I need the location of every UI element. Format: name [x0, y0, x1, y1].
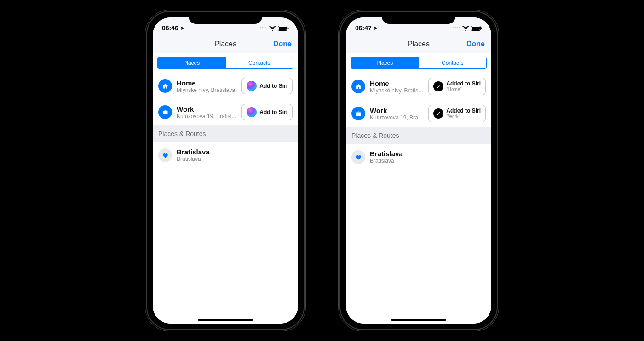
cell-title: Work — [177, 105, 237, 113]
done-button[interactable]: Done — [273, 40, 292, 48]
cell-subtitle: Bratislava — [177, 156, 293, 162]
nav-title: Places — [408, 40, 430, 48]
segmented-control-wrapper: Places Contacts — [346, 53, 491, 73]
siri-phrase: “Work” — [446, 114, 481, 119]
segmented-control: Places Contacts — [351, 57, 487, 69]
segment-contacts[interactable]: Contacts — [419, 57, 487, 68]
siri-button-label: Added to Siri — [446, 108, 481, 114]
cell-subtitle: Kutuzovova 19, Bratisl... — [370, 114, 424, 121]
cell-title: Bratislava — [177, 148, 293, 156]
home-indicator[interactable] — [391, 319, 446, 321]
favorite-cell-home[interactable]: Home Mlynské nivy, Bratislava ✓ Added to… — [346, 73, 491, 100]
list: Home Mlynské nivy, Bratislava Add to Sir… — [153, 73, 298, 324]
heart-icon — [351, 150, 365, 164]
wifi-icon — [462, 26, 469, 31]
segmented-control: Places Contacts — [157, 57, 293, 69]
add-to-siri-button[interactable]: Add to Siri — [242, 78, 293, 94]
briefcase-icon — [158, 105, 172, 119]
signal-icon: •••• — [259, 26, 267, 30]
nav-bar: Places Done — [153, 35, 298, 53]
screen: 06:46 ➤ •••• Places Done Places Contacts — [153, 17, 298, 324]
cell-subtitle: Mlynské nivy, Bratislava — [177, 87, 237, 93]
favorite-cell-home[interactable]: Home Mlynské nivy, Bratislava Add to Sir… — [153, 73, 298, 99]
notch — [382, 12, 455, 24]
list: Home Mlynské nivy, Bratislava ✓ Added to… — [346, 73, 491, 324]
segment-places[interactable]: Places — [158, 57, 225, 68]
location-arrow-icon: ➤ — [180, 25, 184, 31]
checkmark-icon: ✓ — [433, 108, 443, 119]
section-header: Places & Routes — [153, 125, 298, 142]
nav-title: Places — [214, 40, 236, 48]
phone-frame-right: 06:47 ➤ •••• Places Done Places Contacts — [340, 12, 497, 329]
battery-icon — [278, 26, 289, 31]
added-to-siri-button[interactable]: ✓ Added to Siri “Work” — [428, 105, 486, 122]
add-to-siri-button[interactable]: Add to Siri — [242, 104, 293, 120]
siri-phrase: “Home” — [446, 87, 481, 92]
siri-button-label: Add to Siri — [259, 83, 288, 89]
section-header: Places & Routes — [346, 127, 491, 144]
svg-rect-4 — [472, 27, 480, 30]
signal-icon: •••• — [453, 26, 460, 30]
segmented-control-wrapper: Places Contacts — [153, 53, 298, 73]
status-time: 06:46 — [162, 24, 178, 32]
home-icon — [351, 80, 365, 93]
status-time: 06:47 — [355, 24, 372, 32]
siri-button-label: Added to Siri — [446, 81, 481, 87]
added-to-siri-button[interactable]: ✓ Added to Siri “Home” — [428, 78, 486, 95]
notch — [189, 12, 262, 24]
cell-subtitle: Mlynské nivy, Bratislava — [370, 87, 424, 94]
favorite-cell-work[interactable]: Work Kutuzovova 19, Bratisl... Add to Si… — [153, 99, 298, 125]
svg-rect-5 — [481, 27, 482, 29]
segment-contacts[interactable]: Contacts — [225, 57, 293, 68]
nav-bar: Places Done — [346, 35, 491, 53]
siri-button-label: Add to Siri — [259, 109, 288, 115]
screen: 06:47 ➤ •••• Places Done Places Contacts — [346, 17, 491, 324]
place-cell-bratislava[interactable]: Bratislava Bratislava — [153, 142, 298, 168]
siri-orb-icon — [247, 107, 257, 117]
siri-orb-icon — [247, 81, 257, 91]
favorite-cell-work[interactable]: Work Kutuzovova 19, Bratisl... ✓ Added t… — [346, 100, 491, 127]
cell-title: Home — [370, 80, 424, 87]
phone-frame-left: 06:46 ➤ •••• Places Done Places Contacts — [147, 12, 304, 329]
done-button[interactable]: Done — [466, 40, 485, 48]
battery-icon — [471, 26, 482, 31]
cell-subtitle: Kutuzovova 19, Bratisl... — [177, 113, 237, 119]
wifi-icon — [269, 26, 276, 31]
checkmark-icon: ✓ — [433, 81, 443, 91]
home-indicator[interactable] — [198, 319, 253, 321]
segment-places[interactable]: Places — [351, 57, 419, 68]
svg-rect-1 — [279, 27, 287, 30]
cell-title: Work — [370, 107, 424, 114]
place-cell-bratislava[interactable]: Bratislava Bratislava — [346, 144, 491, 170]
cell-title: Home — [177, 79, 237, 87]
location-arrow-icon: ➤ — [374, 25, 378, 31]
briefcase-icon — [351, 107, 365, 120]
cell-title: Bratislava — [370, 150, 486, 158]
cell-subtitle: Bratislava — [370, 158, 486, 164]
home-icon — [158, 79, 172, 93]
svg-rect-2 — [288, 27, 289, 29]
heart-icon — [158, 148, 172, 162]
